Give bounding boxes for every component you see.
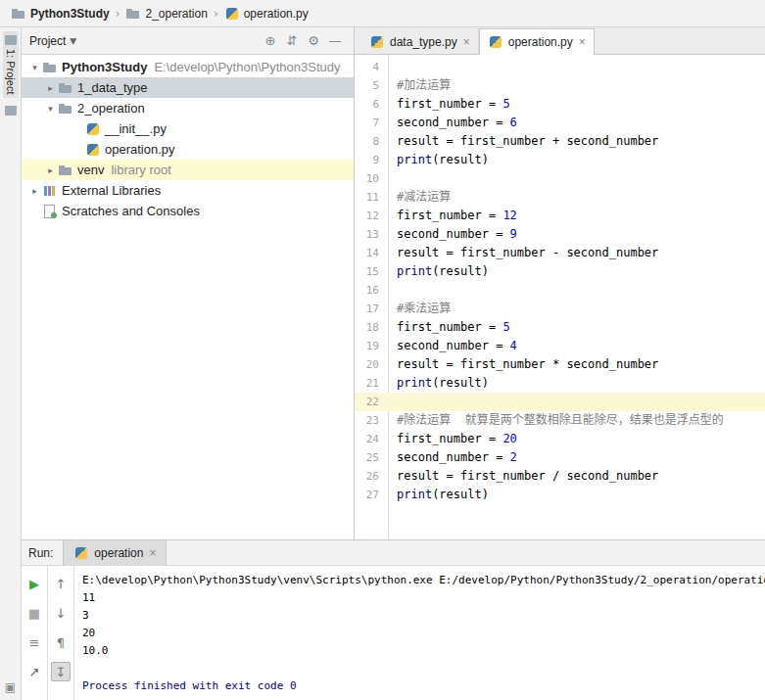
favorites-tool-icon[interactable]	[5, 106, 17, 116]
collapsed-arrow-icon[interactable]: ▸	[43, 165, 58, 175]
tree-item-external-libraries[interactable]: ▸External Libraries	[22, 180, 354, 201]
collapsed-arrow-icon[interactable]: ▸	[43, 83, 58, 93]
collapsed-arrow-icon[interactable]: ▸	[27, 186, 42, 196]
code-line[interactable]: 22	[355, 393, 765, 411]
line-number[interactable]: 12	[355, 207, 388, 225]
down-stack-trace-button[interactable]: ↓	[51, 603, 71, 623]
code-line[interactable]: 6first_number = 5	[355, 95, 765, 114]
code-line[interactable]: 5#加法运算	[355, 76, 765, 95]
tab-data-type-py[interactable]: data_type.py×	[360, 28, 479, 55]
line-number[interactable]: 9	[355, 151, 388, 169]
settings-button[interactable]: ⚙	[303, 33, 324, 48]
code-line[interactable]: 21print(result)	[355, 374, 765, 393]
expanded-arrow-icon[interactable]: ▾	[27, 63, 42, 72]
line-number[interactable]: 18	[355, 318, 388, 337]
code-line[interactable]: 26result = first_number / second_number	[355, 467, 765, 486]
close-tab-icon[interactable]: ×	[579, 35, 586, 49]
code-text: result = first_number - second_number	[388, 244, 658, 262]
collapse-all-button[interactable]: ⇵	[281, 33, 303, 48]
line-number[interactable]: 13	[355, 225, 388, 244]
line-number[interactable]: 10	[355, 169, 388, 188]
code-line[interactable]: 11#减法运算	[355, 188, 765, 207]
code-line[interactable]: 27print(result)	[355, 486, 765, 504]
breadcrumb-item-python3study[interactable]: Python3Study	[8, 4, 113, 23]
tool-window-tab-project[interactable]: 1: Project	[3, 31, 19, 98]
line-number[interactable]: 15	[355, 262, 388, 281]
line-number[interactable]: 27	[355, 486, 388, 504]
locate-button[interactable]: ⊕	[260, 33, 281, 48]
tree-item-init-py[interactable]: __init__.py	[22, 118, 354, 139]
line-number[interactable]: 26	[355, 467, 388, 486]
left-tool-strip: 1: Project ▣	[0, 27, 22, 700]
line-number[interactable]: 20	[355, 355, 388, 374]
line-number[interactable]: 22	[355, 393, 388, 411]
code-line[interactable]: 16	[355, 281, 765, 300]
line-number[interactable]: 16	[355, 281, 388, 300]
restore-layout-button[interactable]: ≡	[24, 632, 44, 652]
breadcrumb-item-2-operation[interactable]: 2_operation	[122, 4, 210, 23]
run-tab-operation[interactable]: operation ×	[63, 540, 167, 566]
tool-window-tab-label: 1: Project	[5, 49, 17, 94]
hide-panel-button[interactable]: —	[324, 33, 346, 48]
project-tool-window-icon	[5, 35, 17, 45]
code-line[interactable]: 15print(result)	[355, 262, 765, 281]
code-text: print(result)	[388, 374, 489, 393]
line-number[interactable]: 6	[355, 95, 388, 114]
project-tree[interactable]: ▾Python3StudyE:\develop\Python\Python3St…	[22, 55, 354, 539]
scratches-icon	[42, 204, 58, 219]
tree-item-operation-py[interactable]: operation.py	[22, 139, 354, 160]
breadcrumb-item-operation-py[interactable]: operation.py	[221, 4, 311, 23]
code-line[interactable]: 9print(result)	[355, 151, 765, 169]
line-number[interactable]: 7	[355, 114, 388, 132]
code-line[interactable]: 17#乘法运算	[355, 300, 765, 318]
code-line[interactable]: 23#除法运算 就算是两个整数相除且能除尽，结果也是浮点型的	[355, 411, 765, 430]
code-line[interactable]: 18first_number = 5	[355, 318, 765, 337]
line-number[interactable]: 5	[355, 76, 388, 95]
tree-item-venv[interactable]: ▸venvlibrary root	[22, 160, 354, 180]
tree-item-scratches-and-consoles[interactable]: Scratches and Consoles	[22, 201, 354, 221]
tab-operation-py[interactable]: operation.py×	[479, 28, 595, 55]
editor[interactable]: 4 5#加法运算6first_number = 57second_number …	[355, 55, 765, 539]
line-number[interactable]: 25	[355, 448, 388, 467]
tree-item-hint: E:\develop\Python\Python3Study	[154, 60, 340, 74]
rerun-button[interactable]: ▶	[24, 574, 44, 593]
line-number[interactable]: 19	[355, 337, 388, 355]
console-line: 10.0	[82, 642, 757, 660]
code-line[interactable]: 25second_number = 2	[355, 448, 765, 467]
chevron-down-icon[interactable]: ▼	[70, 36, 76, 46]
code-line[interactable]: 19second_number = 4	[355, 337, 765, 355]
bottom-tool-window-icon[interactable]: ▣	[5, 680, 16, 694]
soft-wrap-button[interactable]: ¶	[51, 632, 71, 652]
close-tab-icon[interactable]: ×	[149, 546, 156, 560]
code-line[interactable]: 12first_number = 12	[355, 207, 765, 225]
line-number[interactable]: 24	[355, 430, 388, 448]
line-number[interactable]: 14	[355, 244, 388, 262]
line-number[interactable]: 21	[355, 374, 388, 393]
line-number[interactable]: 8	[355, 132, 388, 151]
tree-item-1-data-type[interactable]: ▸1_data_type	[22, 77, 354, 98]
stop-button[interactable]: ■	[24, 603, 44, 623]
run-console[interactable]: E:\develop\Python\Python3Study\venv\Scri…	[74, 566, 765, 700]
code-line[interactable]: 14result = first_number - second_number	[355, 244, 765, 262]
expanded-arrow-icon[interactable]: ▾	[43, 104, 58, 114]
code-line[interactable]: 4	[355, 58, 765, 76]
code-text: second_number = 6	[388, 114, 517, 132]
line-number[interactable]: 23	[355, 411, 388, 430]
code-line[interactable]: 8result = first_number + second_number	[355, 132, 765, 151]
scroll-to-end-button[interactable]: ↧	[51, 662, 71, 681]
close-tab-icon[interactable]: ×	[463, 35, 470, 49]
code-line[interactable]: 24first_number = 20	[355, 430, 765, 448]
tree-item-python3study[interactable]: ▾Python3StudyE:\develop\Python\Python3St…	[22, 57, 354, 77]
line-number[interactable]: 4	[355, 58, 388, 76]
pin-button[interactable]: ↗	[24, 662, 44, 681]
project-panel-title[interactable]: Project	[29, 34, 66, 48]
code-line[interactable]: 7second_number = 6	[355, 114, 765, 132]
main-area: 1: Project ▣ Project ▼ ⊕⇵⚙— ▾Python3Stud…	[0, 27, 765, 700]
line-number[interactable]: 11	[355, 188, 388, 207]
up-stack-trace-button[interactable]: ↑	[51, 574, 71, 593]
tree-item-2-operation[interactable]: ▾2_operation	[22, 98, 354, 118]
code-line[interactable]: 13second_number = 9	[355, 225, 765, 244]
code-line[interactable]: 20result = first_number * second_number	[355, 355, 765, 374]
line-number[interactable]: 17	[355, 300, 388, 318]
code-line[interactable]: 10	[355, 169, 765, 188]
